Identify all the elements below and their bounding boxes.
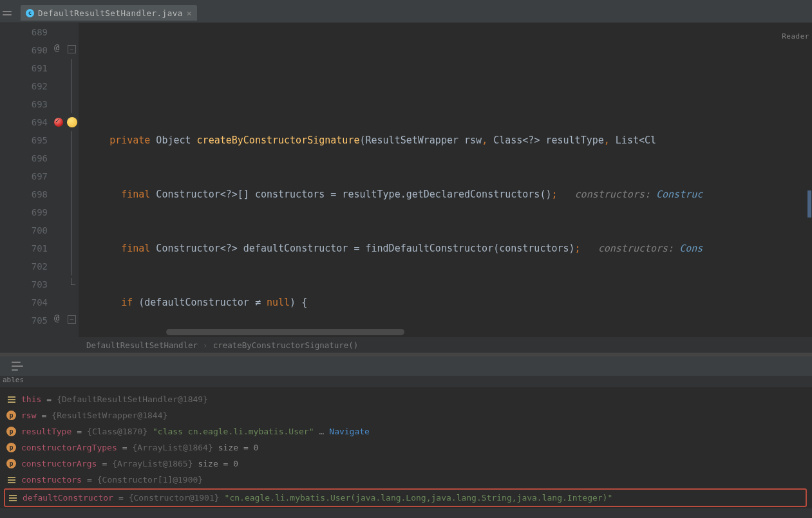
line-number: 693 bbox=[9, 95, 48, 113]
variable-type: {ArrayList@1864} bbox=[133, 439, 213, 456]
line-number: 702 bbox=[9, 257, 48, 275]
equals-sign: = bbox=[41, 407, 46, 423]
debug-toolbar[interactable] bbox=[0, 356, 812, 376]
variable-name: constructors bbox=[21, 472, 82, 488]
breadcrumb[interactable]: DefaultResultSetHandler › createByConstr… bbox=[0, 337, 812, 353]
menu-icon[interactable] bbox=[3, 7, 14, 19]
variable-row[interactable]: defaultConstructor={Constructor@1901} "c… bbox=[4, 488, 807, 507]
line-number: 705 bbox=[9, 311, 48, 329]
line-number: 696 bbox=[9, 149, 48, 167]
variable-name: this bbox=[21, 391, 41, 407]
left-margin bbox=[0, 23, 9, 337]
fold-column[interactable]: – – bbox=[66, 23, 79, 337]
code-line bbox=[79, 77, 812, 95]
fold-guide bbox=[71, 239, 71, 257]
chevron-right-icon: › bbox=[203, 340, 208, 350]
variable-row[interactable]: prsw={ResultSetWrapper@1844} bbox=[1, 407, 811, 423]
equals-sign: = bbox=[46, 391, 52, 407]
fold-guide bbox=[71, 77, 71, 95]
variable-type: {ResultSetWrapper@1844} bbox=[52, 407, 167, 423]
line-number: 701 bbox=[9, 239, 48, 257]
parameter-icon: p bbox=[6, 411, 16, 420]
line-number: 700 bbox=[9, 221, 48, 239]
fold-guide bbox=[71, 131, 71, 149]
close-icon[interactable]: × bbox=[187, 8, 192, 18]
scrollbar-thumb[interactable] bbox=[807, 190, 811, 217]
fold-toggle-icon[interactable]: – bbox=[68, 315, 76, 324]
variables-panel-header: ables bbox=[0, 376, 812, 387]
field-icon bbox=[6, 475, 16, 485]
horizontal-scrollbar[interactable] bbox=[166, 329, 404, 335]
fold-guide bbox=[71, 149, 71, 167]
variable-type: {DefaultResultSetHandler@1849} bbox=[57, 391, 208, 407]
variable-name: defaultConstructor bbox=[23, 490, 113, 506]
variable-row[interactable]: pconstructorArgs={ArrayList@1865} size =… bbox=[1, 456, 811, 472]
variables-panel[interactable]: this={DefaultResultSetHandler@1849}prsw=… bbox=[0, 387, 812, 508]
variable-value: size = 0 bbox=[218, 439, 259, 456]
line-number: 690 bbox=[9, 41, 48, 59]
code-editor[interactable]: 689 690 691 692 693 694 695 696 697 698 … bbox=[0, 23, 812, 337]
variable-row[interactable]: constructors={Constructor[1]@1900} bbox=[1, 472, 811, 488]
variable-name: constructorArgs bbox=[21, 456, 97, 472]
variable-type: {Constructor@1901} bbox=[129, 490, 220, 506]
variable-row[interactable]: this={DefaultResultSetHandler@1849} bbox=[1, 391, 811, 407]
variable-type: {ArrayList@1865} bbox=[112, 456, 193, 472]
fold-guide bbox=[71, 221, 71, 239]
navigate-link[interactable]: Navigate bbox=[329, 423, 370, 439]
fold-guide bbox=[71, 167, 71, 185]
breadcrumb-method[interactable]: createByConstructorSignature() bbox=[213, 340, 359, 350]
breakpoint-column[interactable]: @ @ bbox=[52, 23, 66, 337]
fold-guide bbox=[71, 59, 71, 77]
line-number: 689 bbox=[9, 23, 48, 41]
line-number: 698 bbox=[9, 185, 48, 203]
parameter-icon: p bbox=[6, 443, 16, 452]
line-number: 704 bbox=[9, 293, 48, 311]
ide-window: c DefaultResultSetHandler.java × 689 690… bbox=[0, 0, 812, 518]
override-icon: @ bbox=[54, 42, 59, 53]
fold-end-icon bbox=[71, 278, 75, 285]
line-number: 697 bbox=[9, 167, 48, 185]
parameter-icon: p bbox=[6, 459, 16, 468]
code-line: final Constructor<?> defaultConstructor … bbox=[79, 239, 812, 257]
variable-name: resultType bbox=[21, 423, 71, 439]
intention-bulb-icon[interactable] bbox=[67, 117, 77, 127]
reader-mode-badge[interactable]: Reader bbox=[782, 28, 809, 46]
editor-tab-bar[interactable]: c DefaultResultSetHandler.java × bbox=[0, 3, 812, 23]
fold-guide bbox=[71, 203, 71, 221]
java-class-icon: c bbox=[26, 9, 34, 17]
fold-guide bbox=[71, 257, 71, 275]
code-line: if (defaultConstructor ≠ null) { bbox=[79, 293, 812, 311]
equals-sign: = bbox=[87, 472, 92, 488]
field-icon bbox=[8, 493, 17, 503]
breadcrumb-class[interactable]: DefaultResultSetHandler bbox=[86, 340, 198, 350]
variable-value: size = 0 bbox=[198, 456, 238, 472]
variable-value: "class cn.eagle.li.mybatis.User" bbox=[153, 423, 314, 439]
line-number: 695 bbox=[9, 131, 48, 149]
variable-name: rsw bbox=[21, 407, 36, 423]
code-line: final Constructor<?>[] constructors = re… bbox=[79, 185, 812, 203]
line-number: 692 bbox=[9, 77, 48, 95]
variable-name: constructorArgTypes bbox=[21, 439, 117, 456]
variable-row[interactable]: pconstructorArgTypes={ArrayList@1864} si… bbox=[1, 439, 811, 456]
variable-row[interactable]: presultType={Class@1870} "class cn.eagle… bbox=[1, 423, 811, 439]
scroll-minimap[interactable] bbox=[807, 46, 812, 360]
field-icon bbox=[6, 394, 16, 404]
file-tab[interactable]: c DefaultResultSetHandler.java × bbox=[21, 5, 197, 21]
tab-filename: DefaultResultSetHandler.java bbox=[38, 8, 183, 18]
breakpoint-icon[interactable] bbox=[54, 118, 63, 127]
fold-guide bbox=[71, 95, 71, 113]
variable-type: {Constructor[1]@1900} bbox=[97, 472, 203, 488]
equals-sign: = bbox=[118, 490, 124, 506]
line-number: 703 bbox=[9, 275, 48, 293]
code-area[interactable]: Reader private Object createByConstructo… bbox=[79, 23, 812, 337]
variables-view-icon[interactable] bbox=[12, 362, 26, 371]
code-line: private Object createByConstructorSignat… bbox=[79, 131, 812, 149]
line-number: 694 bbox=[9, 113, 48, 131]
fold-guide bbox=[71, 185, 71, 203]
line-number: 691 bbox=[9, 59, 48, 77]
variable-value: "cn.eagle.li.mybatis.User(java.lang.Long… bbox=[225, 490, 613, 506]
fold-toggle-icon[interactable]: – bbox=[68, 45, 76, 53]
override-icon: @ bbox=[54, 313, 59, 323]
equals-sign: = bbox=[122, 439, 127, 456]
line-number: 699 bbox=[9, 203, 48, 221]
